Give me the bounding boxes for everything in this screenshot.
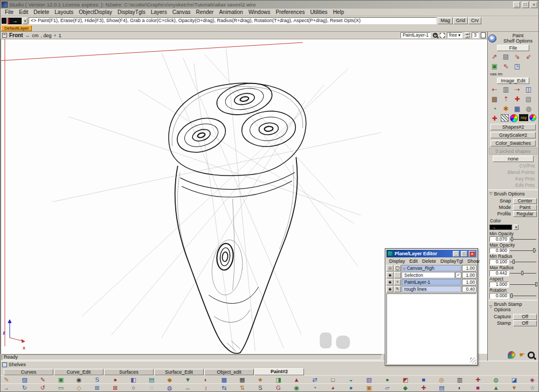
slider-value-field[interactable]: 0.900 xyxy=(489,248,509,254)
shelf-tool-icon[interactable]: ■ xyxy=(420,376,427,383)
slider-handle[interactable] xyxy=(533,248,535,253)
editor-menu-item[interactable]: Show xyxy=(465,258,482,264)
shelf-tool-icon[interactable]: ✎ xyxy=(39,376,46,383)
shelf-tool-icon[interactable]: ◐ xyxy=(202,376,210,383)
shelf-tool-icon[interactable]: ◍ xyxy=(166,384,174,391)
slider-track[interactable] xyxy=(510,248,537,254)
layer-row[interactable]: ◉ + PaintLayer-1 1.00 xyxy=(386,279,476,285)
file-tool-icon[interactable]: ▤ xyxy=(501,52,511,61)
menu-item[interactable]: Render xyxy=(194,9,217,15)
shelf-tool-icon[interactable]: ○ xyxy=(129,384,137,391)
shelf-tool-icon[interactable]: ▤ xyxy=(148,376,155,383)
shelf-tool-icon[interactable]: ⇄ xyxy=(311,376,319,383)
image-edit-shelf-tab[interactable]: Image_Edit xyxy=(497,78,529,84)
layer-visibility-icon[interactable]: ◎ xyxy=(386,265,393,271)
shelf-tool-icon[interactable]: ▨ xyxy=(21,376,29,383)
active-paint-layer-button[interactable]: PaintLayer-1 xyxy=(400,32,431,38)
shelf-tool-icon[interactable]: ★ xyxy=(257,376,264,383)
image-tool-icon[interactable]: ⇢ xyxy=(512,85,522,94)
shelf-tool-icon[interactable]: ▣ xyxy=(365,384,373,391)
shelf-tool-icon[interactable]: ● xyxy=(383,376,391,383)
shelf-tab[interactable]: Curves xyxy=(4,369,53,375)
shelf-tab[interactable]: Curve_Edit xyxy=(54,369,103,375)
editor-minimize-button[interactable]: _ xyxy=(453,251,459,257)
page-number-field[interactable]: 3 xyxy=(472,32,479,38)
snap-button[interactable]: Crv xyxy=(468,17,481,24)
tool-mode-icon[interactable] xyxy=(2,18,6,24)
menu-item[interactable]: ObjectDisplay xyxy=(76,9,115,15)
viewport-icon[interactable] xyxy=(2,33,7,38)
marquee-select-icon[interactable] xyxy=(440,33,445,38)
image-tool-icon[interactable]: ⇠ xyxy=(489,85,500,94)
shelf-tool-icon[interactable]: G xyxy=(275,384,282,391)
editor-close-button[interactable]: × xyxy=(469,251,475,257)
layer-visibility-icon[interactable]: ◉ xyxy=(386,279,393,285)
menu-item[interactable]: DisplayTgls xyxy=(115,9,148,15)
shelf-tool-icon[interactable]: ◧ xyxy=(129,376,137,383)
image-tool-icon[interactable]: ◔ xyxy=(489,104,500,113)
shelf-tool-icon[interactable]: ◇ xyxy=(75,384,83,391)
shelf-button[interactable]: Shapes#2 xyxy=(490,124,536,130)
spin-up-icon[interactable]: ▴ xyxy=(465,32,469,35)
shelf-tool-icon[interactable]: ◒ xyxy=(347,376,355,383)
shelf-tool-icon[interactable]: ◍ xyxy=(492,376,500,383)
slider-track[interactable] xyxy=(510,293,537,299)
none-button[interactable]: none xyxy=(493,156,534,162)
layer-visibility-icon[interactable]: ◉ xyxy=(386,286,393,292)
shelf-tool-icon[interactable]: S xyxy=(257,384,264,391)
option-value-button[interactable]: Off xyxy=(513,314,537,320)
layer-row[interactable]: ◎ ◯ ▽ Canvas_Righ 1.00 xyxy=(386,265,476,271)
collapse-triangle-icon[interactable]: ▽ xyxy=(489,192,492,196)
menu-item[interactable]: Layers xyxy=(148,9,170,15)
layer-type-icon[interactable]: + xyxy=(394,279,401,285)
shelf-tool-icon[interactable]: ◨ xyxy=(275,376,282,383)
shelf-tool-icon[interactable]: ◈ xyxy=(529,376,536,383)
color-wheel-icon[interactable] xyxy=(510,114,518,122)
nsy-swatch-icon[interactable]: nsy xyxy=(519,114,528,121)
free-mode-select[interactable]: free ▾ xyxy=(447,32,462,38)
color-dropdown-icon[interactable]: ▾ xyxy=(514,225,519,230)
image-tool-icon[interactable]: ◫ xyxy=(523,85,534,94)
default-layer-tab[interactable]: DefaultLayer xyxy=(1,25,32,31)
option-value-button[interactable]: Paint xyxy=(513,205,537,211)
menu-item[interactable]: Layouts xyxy=(52,9,76,15)
image-tool-icon[interactable]: ✚ xyxy=(512,95,522,103)
shelf-tool-icon[interactable]: ◐ xyxy=(456,384,464,391)
shelf-tool-icon[interactable]: ▦ xyxy=(238,376,246,383)
shelf-tool-icon[interactable]: ▲ xyxy=(492,384,500,391)
shelf-tool-icon[interactable]: ↕ xyxy=(202,384,210,391)
image-tool-icon[interactable]: ⇡ xyxy=(501,95,511,103)
layer-visibility-icon[interactable]: ◉ xyxy=(386,272,393,278)
layer-type-icon[interactable]: ◯ xyxy=(394,265,401,271)
slider-value-field[interactable]: 1.000 xyxy=(489,282,509,288)
pattern-icon[interactable] xyxy=(501,114,509,122)
shelf-tool-icon[interactable]: □ xyxy=(329,376,337,383)
shelf-tool-icon[interactable]: ◔ xyxy=(311,384,319,391)
shelf-tool-icon[interactable]: ▤ xyxy=(438,384,445,391)
shelf-button[interactable]: Color_Swatches xyxy=(490,140,536,146)
shelf-tool-icon[interactable]: ▩ xyxy=(220,376,228,383)
layer-row[interactable]: ◉ Selection ✓ 1.00 xyxy=(386,272,476,278)
shelf-tool-icon[interactable]: ◆ xyxy=(166,376,174,383)
layer-name[interactable]: Selection xyxy=(402,272,455,278)
menu-item[interactable]: Animation xyxy=(216,9,245,15)
shelf-tool-icon[interactable]: ◉ xyxy=(293,384,300,391)
close-button[interactable]: × xyxy=(530,2,537,8)
layer-opacity-value[interactable]: 1.00 xyxy=(462,265,476,271)
menu-item[interactable]: Utilities xyxy=(307,9,330,15)
slider-track[interactable] xyxy=(510,282,537,288)
shelf-tool-icon[interactable]: ▼ xyxy=(510,384,518,391)
plane-layer-editor-window[interactable]: Plane/Layer Editor _ □ × DisplayEditDele… xyxy=(385,248,478,366)
brush-options-header[interactable]: ▽ Brush Options xyxy=(488,190,538,197)
shelf-tool-icon[interactable]: ✎ xyxy=(3,376,10,383)
editor-menu-item[interactable]: DisplayTgl xyxy=(438,258,465,264)
editor-menu-item[interactable]: Delete xyxy=(420,258,438,264)
layer-name[interactable]: PaintLayer-1 xyxy=(402,279,461,285)
hand-tool-icon[interactable]: ☛ xyxy=(488,34,496,43)
shelf-tool-icon[interactable]: ▱ xyxy=(383,384,391,391)
image-tool-icon[interactable]: ✱ xyxy=(501,104,511,113)
slider-handle[interactable] xyxy=(510,293,513,298)
layer-expander-icon[interactable]: ▽ xyxy=(403,267,406,270)
option-value-button[interactable]: Off xyxy=(513,320,537,326)
shelf-tool-icon[interactable]: ▧ xyxy=(365,376,373,383)
